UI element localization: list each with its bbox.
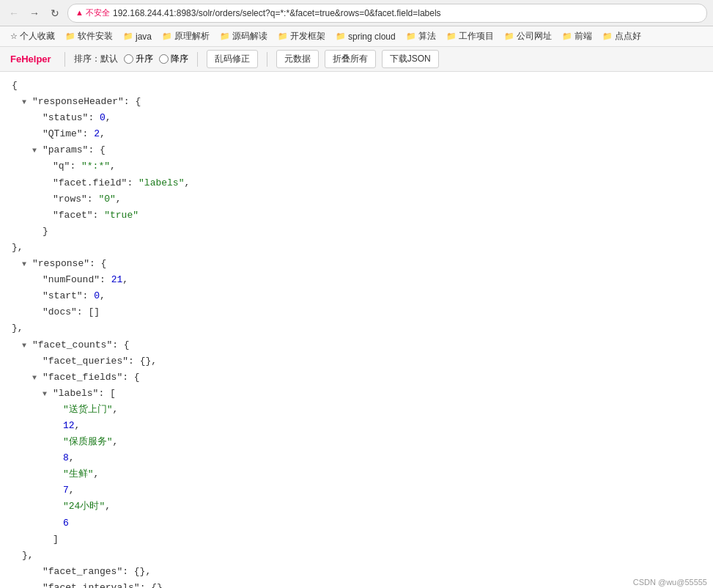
bookmark-dian-label: 点点好 bbox=[615, 30, 641, 43]
json-labels-close: ] bbox=[12, 532, 701, 548]
bookmarks-bar: ☆ 个人收藏 📁 软件安装 📁 java 📁 原理解析 📁 源码解读 📁 开发框… bbox=[0, 26, 713, 47]
back-button[interactable]: ← bbox=[6, 5, 22, 21]
browser-nav-bar: ← → ↻ ▲ 不安全 192.168.244.41:8983/solr/ord… bbox=[0, 0, 713, 26]
bookmark-yuanma-icon: 📁 bbox=[220, 32, 230, 41]
json-params-row: "params" : { bbox=[12, 142, 701, 158]
facetcounts-toggle[interactable] bbox=[22, 339, 32, 352]
bookmark-ruanjian-label: 软件安装 bbox=[78, 30, 113, 43]
insecure-icon: ▲ 不安全 bbox=[75, 7, 110, 18]
status-text: CSDN @wu@55555 bbox=[633, 578, 707, 587]
sort-asc-label: 升序 bbox=[136, 53, 153, 65]
address-bar[interactable]: ▲ 不安全 192.168.244.41:8983/solr/orders/se… bbox=[67, 4, 707, 23]
json-q-row: "q" : "*:*" , bbox=[12, 158, 701, 174]
response-toggle[interactable] bbox=[22, 258, 32, 271]
responseheader-toggle[interactable] bbox=[22, 96, 32, 109]
status-bar: CSDN @wu@55555 bbox=[627, 576, 713, 588]
json-facetranges-row: "facet_ranges" : {}, bbox=[12, 564, 701, 580]
refresh-button[interactable]: ↻ bbox=[47, 5, 63, 21]
bookmark-shoucang-icon: ☆ bbox=[10, 32, 18, 41]
bookmark-gongzuo-label: 工作项目 bbox=[459, 30, 494, 43]
bookmark-kaifa[interactable]: 📁 开发框架 bbox=[273, 29, 330, 44]
sort-desc-radio[interactable] bbox=[159, 54, 169, 64]
json-responseheader-row: "responseHeader" : { bbox=[12, 94, 701, 110]
bookmark-suanfa[interactable]: 📁 算法 bbox=[402, 29, 440, 44]
bookmark-yuanma[interactable]: 📁 源码解读 bbox=[215, 29, 272, 44]
bookmark-kaifa-icon: 📁 bbox=[278, 32, 288, 41]
divider-2 bbox=[197, 52, 198, 67]
json-root-open: { bbox=[12, 78, 701, 94]
bookmark-ruanjian-icon: 📁 bbox=[65, 32, 75, 41]
bookmark-gongzuo[interactable]: 📁 工作项目 bbox=[442, 29, 498, 44]
json-start-row: "start" : 0 , bbox=[12, 288, 701, 304]
fehelper-logo: FeHelper bbox=[6, 54, 56, 65]
forward-button[interactable]: → bbox=[26, 5, 43, 21]
json-label-songhuo: "送货上门" , bbox=[12, 402, 701, 418]
json-response-close: }, bbox=[12, 320, 701, 337]
bookmark-spring[interactable]: 📁 spring cloud bbox=[331, 30, 400, 43]
json-numfound-row: "numFound" : 21 , bbox=[12, 272, 701, 288]
bookmark-dian-icon: 📁 bbox=[602, 32, 613, 41]
json-facetfields-close: }, bbox=[12, 548, 701, 564]
json-label-baozhi-count: 8 , bbox=[12, 450, 701, 466]
json-label-shengxian-count: 7 , bbox=[12, 482, 701, 499]
json-label-songhuo-count: 12 , bbox=[12, 418, 701, 434]
sort-asc-option[interactable]: 升序 bbox=[124, 53, 153, 65]
bookmark-spring-icon: 📁 bbox=[336, 32, 346, 41]
bookmark-java-label: java bbox=[136, 32, 152, 42]
bookmark-suanfa-icon: 📁 bbox=[406, 32, 416, 41]
bookmark-shoucang-label: 个人收藏 bbox=[20, 30, 55, 43]
bookmark-gongzuo-icon: 📁 bbox=[446, 32, 457, 41]
bookmark-yuanma-label: 源码解读 bbox=[232, 30, 267, 43]
bookmark-suanfa-label: 算法 bbox=[418, 30, 436, 43]
url-text: 192.168.244.41:8983/solr/orders/select?q… bbox=[113, 8, 441, 18]
json-qtime-row: "QTime" : 2 , bbox=[12, 126, 701, 142]
json-facet-row: "facet" : "true" bbox=[12, 207, 701, 224]
json-response-row: "response" : { bbox=[12, 256, 701, 272]
bookmark-qianduan-icon: 📁 bbox=[562, 32, 572, 41]
sort-radio-group: 升序 降序 bbox=[124, 53, 188, 65]
json-label-shengxian: "生鲜" , bbox=[12, 466, 701, 482]
fix-encoding-button[interactable]: 乱码修正 bbox=[207, 50, 258, 68]
sort-desc-label: 降序 bbox=[171, 53, 188, 65]
json-facetfields-row: "facet_fields" : { bbox=[12, 370, 701, 386]
json-label-baozhi: "保质服务" , bbox=[12, 434, 701, 450]
bookmark-gongsi-icon: 📁 bbox=[504, 32, 514, 41]
labels-toggle[interactable] bbox=[43, 388, 53, 400]
fold-all-button[interactable]: 折叠所有 bbox=[325, 50, 376, 68]
bookmark-qianduan[interactable]: 📁 前端 bbox=[558, 29, 596, 44]
bookmark-yuanli[interactable]: 📁 原理解析 bbox=[158, 29, 214, 44]
json-label-24h-count: 6 bbox=[12, 515, 701, 532]
divider-3 bbox=[267, 52, 267, 67]
json-rows-row: "rows" : "0" , bbox=[12, 191, 701, 207]
json-labels-row: "labels" : [ bbox=[12, 386, 701, 402]
bookmark-spring-label: spring cloud bbox=[348, 32, 396, 42]
json-facetcounts-row: "facet_counts" : { bbox=[12, 337, 701, 353]
params-toggle[interactable] bbox=[32, 144, 43, 157]
bookmark-yuanli-label: 原理解析 bbox=[174, 30, 210, 43]
bookmark-yuanli-icon: 📁 bbox=[162, 32, 172, 41]
bookmark-dian[interactable]: 📁 点点好 bbox=[598, 29, 646, 44]
json-docs-row: "docs" : [] bbox=[12, 304, 701, 320]
bookmark-ruanjian[interactable]: 📁 软件安装 bbox=[61, 29, 117, 44]
json-params-close: } bbox=[12, 224, 701, 240]
sort-desc-option[interactable]: 降序 bbox=[159, 53, 188, 65]
download-json-button[interactable]: 下载JSON bbox=[382, 50, 439, 68]
bookmark-shoucang[interactable]: ☆ 个人收藏 bbox=[6, 29, 59, 44]
json-status-row: "status" : 0 , bbox=[12, 110, 701, 126]
raw-data-button[interactable]: 元数据 bbox=[276, 50, 319, 68]
bookmark-gongsi-label: 公司网址 bbox=[517, 30, 552, 43]
json-facetqueries-row: "facet_queries" : {}, bbox=[12, 353, 701, 370]
bookmark-java-icon: 📁 bbox=[123, 32, 133, 41]
sort-asc-radio[interactable] bbox=[124, 54, 133, 64]
divider-1 bbox=[64, 52, 65, 67]
sort-label: 排序：默认 bbox=[74, 53, 118, 65]
json-responseheader-close: }, bbox=[12, 240, 701, 256]
facetfields-toggle[interactable] bbox=[32, 372, 43, 384]
json-facetintervals-row: "facet_intervals" : {}, bbox=[12, 580, 701, 588]
bookmark-kaifa-label: 开发框架 bbox=[290, 30, 325, 43]
bookmark-gongsi[interactable]: 📁 公司网址 bbox=[500, 29, 556, 44]
fehelper-toolbar: FeHelper 排序：默认 升序 降序 乱码修正 元数据 折叠所有 下载JSO… bbox=[0, 47, 713, 72]
json-content: { "responseHeader" : { "status" : 0 , "Q… bbox=[0, 72, 713, 588]
bookmark-java[interactable]: 📁 java bbox=[119, 30, 156, 43]
json-facetfield-row: "facet.field" : "labels" , bbox=[12, 175, 701, 191]
